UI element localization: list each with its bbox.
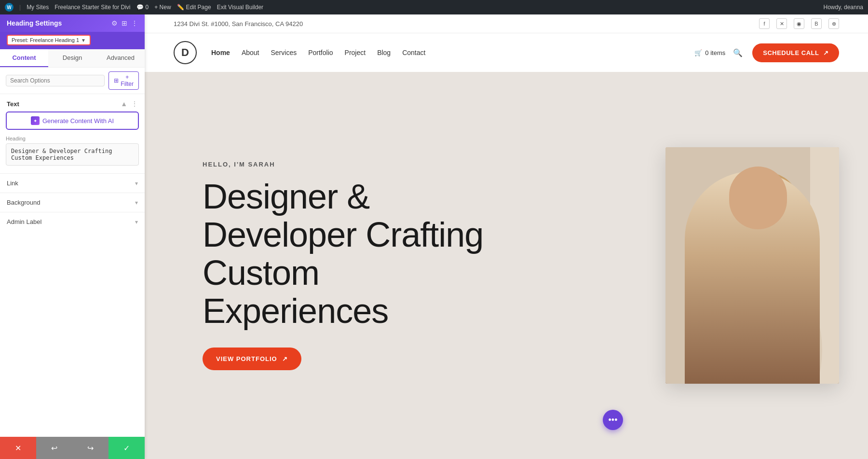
tab-advanced[interactable]: Advanced <box>96 49 145 67</box>
confirm-button[interactable]: ✓ <box>108 437 145 459</box>
nav-blog[interactable]: Blog <box>377 49 391 56</box>
preset-arrow-icon: ▼ <box>81 38 86 43</box>
svg-point-17 <box>735 311 764 331</box>
tab-content[interactable]: Content <box>0 49 48 67</box>
site-nav: D Home About Services Portfolio Project … <box>145 33 868 72</box>
sidebar-panel: Heading Settings ⚙ ⊞ ⋮ Preset: Freelance… <box>0 14 145 459</box>
nav-services[interactable]: Services <box>271 49 297 56</box>
preset-bar: Preset: Freelance Heading 1 ▼ <box>0 32 145 49</box>
dots-icon: ••• <box>609 415 618 425</box>
nav-portfolio[interactable]: Portfolio <box>308 49 333 56</box>
text-section-title: Text <box>7 100 19 108</box>
dribbble-icon[interactable]: ⊕ <box>828 18 839 29</box>
tab-design[interactable]: Design <box>48 49 96 67</box>
undo-icon: ↩ <box>51 444 57 453</box>
admin-bar-comments[interactable]: 💬 0 <box>136 4 149 11</box>
hero-title: Designer & Developer Crafting Custom Exp… <box>203 178 492 331</box>
svg-rect-14 <box>774 222 796 233</box>
instagram-icon[interactable]: ◉ <box>794 18 804 29</box>
site-logo[interactable]: D <box>174 41 197 64</box>
admin-bar-edit-page[interactable]: ✏️ Edit Page <box>177 4 211 11</box>
background-label: Background <box>7 199 40 206</box>
heading-field-label: Heading <box>6 136 139 141</box>
site-topbar: 1234 Divi St. #1000, San Francisco, CA 9… <box>145 14 868 33</box>
admin-label-chevron-icon: ▾ <box>135 219 138 225</box>
wp-logo-icon: W <box>5 3 14 12</box>
schedule-call-button[interactable]: SCHEDULE CALL ↗ <box>752 43 839 62</box>
nav-cart[interactable]: 🛒 0 items <box>694 49 725 56</box>
svg-point-8 <box>738 253 772 292</box>
more-options-icon[interactable]: ⋮ <box>131 100 138 108</box>
svg-point-10 <box>727 171 797 224</box>
hero-subtitle: HELLO, I'M SARAH <box>203 161 492 168</box>
nav-home[interactable]: Home <box>211 49 230 56</box>
website-preview: 1234 Divi St. #1000, San Francisco, CA 9… <box>145 14 868 459</box>
search-input[interactable] <box>6 75 105 86</box>
admin-bar-new[interactable]: + New <box>154 4 171 11</box>
svg-rect-7 <box>692 327 817 331</box>
hero-image <box>665 147 839 384</box>
panel-header-icons: ⚙ ⊞ ⋮ <box>111 19 138 27</box>
facebook-icon[interactable]: f <box>759 18 770 29</box>
floating-dots-button[interactable]: ••• <box>603 410 623 430</box>
undo-button[interactable]: ↩ <box>36 437 72 459</box>
redo-button[interactable]: ↪ <box>72 437 108 459</box>
panel-tabs: Content Design Advanced <box>0 49 145 68</box>
admin-bar-my-sites[interactable]: My Sites <box>27 4 49 11</box>
link-section: Link ▾ <box>0 173 145 193</box>
redo-icon: ↪ <box>87 444 94 453</box>
social-icons-group: f ✕ ◉ B ⊕ <box>759 18 839 29</box>
schedule-arrow-icon: ↗ <box>823 49 829 56</box>
hero-portrait-svg <box>665 147 839 384</box>
admin-bar-starter-site[interactable]: Freelance Starter Site for Divi <box>54 4 130 11</box>
link-section-header[interactable]: Link ▾ <box>0 174 145 193</box>
admin-bar-right: Howdy, deanna <box>824 4 864 11</box>
confirm-icon: ✓ <box>123 444 130 453</box>
search-icon[interactable]: 🔍 <box>733 48 743 57</box>
svg-point-12 <box>781 195 805 244</box>
background-chevron-icon: ▾ <box>135 199 138 206</box>
svg-rect-3 <box>692 292 817 296</box>
admin-bar-exit-builder[interactable]: Exit Visual Builder <box>217 4 264 11</box>
text-section-header: Text ▲ ⋮ <box>0 94 145 111</box>
admin-label-section-header[interactable]: Admin Label ▾ <box>0 212 145 231</box>
cancel-button[interactable]: ✕ <box>0 437 36 459</box>
twitter-x-icon[interactable]: ✕ <box>776 18 787 29</box>
svg-point-2 <box>687 263 822 384</box>
ai-generate-button[interactable]: ✦ Generate Content With AI <box>6 111 139 130</box>
nav-contact[interactable]: Contact <box>402 49 425 56</box>
nav-links: Home About Services Portfolio Project Bl… <box>211 49 694 56</box>
site-address: 1234 Divi St. #1000, San Francisco, CA 9… <box>174 20 303 28</box>
preset-badge[interactable]: Preset: Freelance Heading 1 ▼ <box>7 35 91 45</box>
link-chevron-icon: ▾ <box>135 180 138 187</box>
layout-icon[interactable]: ⊞ <box>122 19 127 27</box>
link-label: Link <box>7 180 18 187</box>
heading-textarea[interactable]: Designer & Developer Crafting Custom Exp… <box>6 143 139 166</box>
hero-content: HELLO, I'M SARAH Designer & Developer Cr… <box>203 161 492 371</box>
nav-about[interactable]: About <box>242 49 259 56</box>
svg-line-16 <box>796 222 803 226</box>
nav-project[interactable]: Project <box>345 49 366 56</box>
settings-icon[interactable]: ⚙ <box>111 19 118 27</box>
svg-point-11 <box>716 186 750 244</box>
svg-rect-6 <box>692 318 817 322</box>
section-toggle: ▲ ⋮ <box>121 100 138 108</box>
svg-rect-5 <box>692 309 817 313</box>
behance-icon[interactable]: B <box>811 18 822 29</box>
admin-label-label: Admin Label <box>7 218 41 225</box>
view-portfolio-button[interactable]: VIEW PORTFOLIO ↗ <box>203 348 301 370</box>
heading-field-wrap: Heading Designer & Developer Crafting Cu… <box>0 136 145 173</box>
main-layout: Heading Settings ⚙ ⊞ ⋮ Preset: Freelance… <box>0 14 868 459</box>
ai-icon: ✦ <box>31 116 40 125</box>
hero-section: HELLO, I'M SARAH Designer & Developer Cr… <box>145 72 868 459</box>
background-section: Background ▾ <box>0 193 145 212</box>
collapse-icon[interactable]: ▲ <box>121 100 127 108</box>
svg-rect-4 <box>692 301 817 305</box>
svg-rect-13 <box>750 222 772 233</box>
background-section-header[interactable]: Background ▾ <box>0 193 145 212</box>
admin-bar: W | My Sites Freelance Starter Site for … <box>0 0 868 14</box>
panel-header: Heading Settings ⚙ ⊞ ⋮ <box>0 14 145 32</box>
filter-button[interactable]: ⊞ + Filter <box>108 71 139 90</box>
admin-bar-wp-logo[interactable]: W <box>5 3 14 12</box>
more-icon[interactable]: ⋮ <box>131 19 138 27</box>
